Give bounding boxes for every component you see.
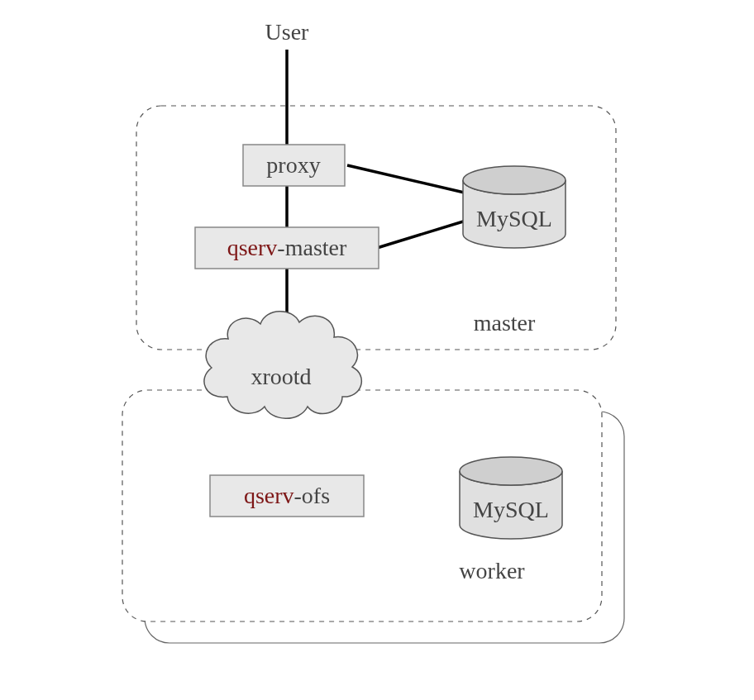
proxy-node: proxy bbox=[243, 145, 345, 186]
mysql-master-node: MySQL bbox=[463, 166, 566, 248]
xrootd-label: xrootd bbox=[251, 364, 311, 389]
edge-master-mysql bbox=[377, 219, 471, 248]
qserv-master-prefix: qserv bbox=[227, 235, 278, 260]
qserv-master-label: qserv-master bbox=[227, 235, 347, 260]
proxy-label: proxy bbox=[266, 152, 320, 178]
qserv-ofs-prefix: qserv bbox=[244, 483, 294, 508]
qserv-ofs-label: qserv-ofs bbox=[244, 483, 330, 508]
mysql-master-top bbox=[463, 166, 566, 194]
edge-proxy-mysql bbox=[347, 165, 471, 194]
user-label: User bbox=[265, 19, 310, 45]
mysql-worker-label: MySQL bbox=[473, 497, 549, 522]
architecture-diagram: master worker User proxy qserv-master My… bbox=[0, 0, 754, 700]
master-group-label: master bbox=[474, 310, 536, 336]
qserv-ofs-node: qserv-ofs bbox=[210, 475, 364, 517]
qserv-ofs-suffix: -ofs bbox=[294, 483, 331, 508]
mysql-master-label: MySQL bbox=[476, 206, 552, 231]
worker-group-label: worker bbox=[459, 558, 525, 583]
mysql-worker-top bbox=[460, 457, 562, 485]
mysql-worker-node: MySQL bbox=[460, 457, 562, 539]
qserv-master-suffix: -master bbox=[277, 235, 347, 260]
qserv-master-node: qserv-master bbox=[195, 227, 379, 269]
